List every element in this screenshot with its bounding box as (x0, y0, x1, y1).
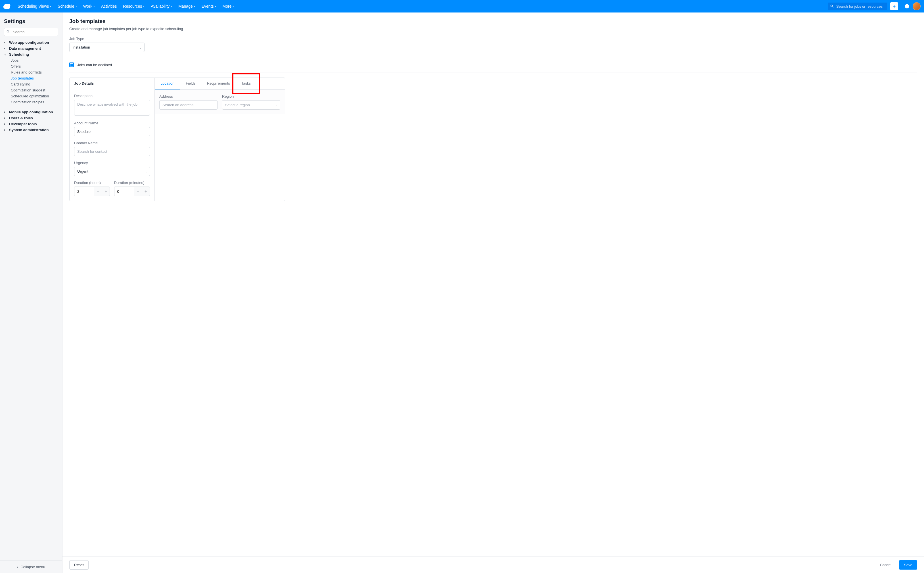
sidebar-group-label: Users & roles (9, 116, 33, 120)
duration-minutes-input[interactable] (114, 186, 134, 196)
account-name-input[interactable] (74, 127, 150, 136)
duration-minutes-increment[interactable]: + (142, 186, 150, 196)
search-icon (830, 4, 834, 8)
duration-hours-decrement[interactable]: − (94, 186, 102, 196)
sidebar-item-optimization-suggest[interactable]: Optimization suggest (0, 87, 62, 93)
chevron-right-icon: › (4, 41, 7, 44)
create-button[interactable]: + (890, 2, 898, 10)
chevron-left-icon: ‹ (17, 565, 18, 569)
main-footer: Reset Cancel Save (63, 557, 924, 573)
topnav-item-activities[interactable]: Activities (98, 2, 119, 10)
urgency-select[interactable]: Urgent (74, 167, 150, 176)
sidebar-group-web-app-configuration[interactable]: ›Web app configuration (0, 39, 62, 45)
chevron-right-icon: › (4, 110, 7, 114)
chevron-down-icon: ▾ (215, 5, 216, 8)
app-logo[interactable] (3, 4, 11, 9)
content-scroll[interactable]: Job templates Create and manage job temp… (63, 13, 924, 557)
jobs-declinable-label: Jobs can be declined (77, 63, 112, 67)
chevron-right-icon: › (4, 128, 7, 132)
job-details-header: Job Details (70, 78, 155, 89)
topnav-item-label: Availability (151, 4, 169, 8)
topnav-item-work[interactable]: Work▾ (80, 2, 98, 10)
sidebar-group-label: Developer tools (9, 122, 37, 126)
contact-name-label: Contact Name (74, 141, 150, 145)
contact-name-input[interactable] (74, 147, 150, 156)
topnav-item-scheduling-views[interactable]: Scheduling Views▾ (15, 2, 54, 10)
sidebar-title: Settings (0, 16, 62, 28)
global-search-wrap (828, 3, 887, 10)
reset-button[interactable]: Reset (69, 560, 89, 570)
sidebar-search-input[interactable] (4, 28, 58, 36)
address-label: Address (159, 94, 218, 99)
topnav-item-manage[interactable]: Manage▾ (175, 2, 198, 10)
topnav-item-label: Resources (123, 4, 142, 8)
sidebar-group-users-roles[interactable]: ›Users & roles (0, 115, 62, 121)
tab-tasks[interactable]: Tasks (236, 78, 257, 89)
sidebar-item-jobs[interactable]: Jobs (0, 57, 62, 63)
job-type-select[interactable]: Installation (69, 42, 144, 52)
chevron-down-icon: ▾ (143, 5, 144, 8)
duration-hours-input[interactable] (74, 186, 94, 196)
sidebar-item-optimization-recipes[interactable]: Optimization recipes (0, 99, 62, 105)
detail-tabs: LocationFieldsRequirementsTasks (155, 78, 285, 90)
tab-location[interactable]: Location (155, 78, 180, 89)
global-search-input[interactable] (828, 3, 887, 10)
sidebar-item-scheduled-optimization[interactable]: Scheduled optimization (0, 93, 62, 99)
topnav-item-more[interactable]: More▾ (220, 2, 237, 10)
duration-hours-label: Duration (hours) (74, 181, 110, 185)
sidebar-group-developer-tools[interactable]: ›Developer tools (0, 121, 62, 127)
job-type-label: Job Type (69, 37, 917, 41)
save-button[interactable]: Save (899, 560, 917, 570)
page-title: Job templates (69, 18, 917, 24)
jobs-declinable-checkbox[interactable] (69, 63, 74, 67)
chevron-down-icon: ▾ (194, 5, 195, 8)
address-input[interactable] (159, 100, 218, 110)
top-navigation: Scheduling Views▾Schedule▾Work▾Activitie… (0, 0, 924, 13)
sidebar-group-data-management[interactable]: ›Data management (0, 45, 62, 52)
topnav-item-events[interactable]: Events▾ (199, 2, 219, 10)
chevron-down-icon: ▾ (50, 5, 52, 8)
topnav-right: + (828, 2, 921, 10)
main-content: Job templates Create and manage job temp… (63, 13, 924, 573)
user-avatar[interactable] (913, 2, 921, 10)
sidebar-group-label: Mobile app configuration (9, 110, 53, 114)
account-name-label: Account Name (74, 121, 150, 125)
tab-fields[interactable]: Fields (180, 78, 201, 89)
sidebar-group-mobile-app-configuration[interactable]: ›Mobile app configuration (0, 109, 62, 115)
chevron-right-icon: › (4, 47, 7, 50)
page-subtitle: Create and manage job templates per job … (69, 27, 917, 31)
sidebar-item-card-styling[interactable]: Card styling (0, 81, 62, 87)
topnav-item-label: More (222, 4, 232, 8)
sidebar-group-label: Web app configuration (9, 40, 49, 45)
description-label: Description (74, 94, 150, 98)
cancel-button[interactable]: Cancel (875, 560, 896, 570)
chevron-right-icon: › (4, 122, 7, 125)
topnav-item-label: Manage (179, 4, 193, 8)
topnav-item-resources[interactable]: Resources▾ (120, 2, 147, 10)
description-input[interactable] (74, 100, 150, 116)
chevron-right-icon: › (4, 116, 7, 119)
sidebar-item-job-templates[interactable]: Job templates (0, 75, 62, 81)
collapse-menu-button[interactable]: ‹ Collapse menu (0, 560, 62, 573)
sidebar-group-label: Data management (9, 46, 41, 50)
chevron-down-icon: ⌄ (4, 53, 7, 56)
chevron-down-icon: ▾ (93, 5, 95, 8)
tab-requirements[interactable]: Requirements (201, 78, 236, 89)
topnav-item-label: Work (83, 4, 92, 8)
sync-icon[interactable] (904, 3, 910, 9)
duration-hours-increment[interactable]: + (102, 186, 110, 196)
sidebar-group-system-administration[interactable]: ›System administration (0, 127, 62, 133)
sidebar-group-scheduling[interactable]: ⌄Scheduling (0, 52, 62, 57)
chevron-down-icon: ▾ (171, 5, 172, 8)
topnav-item-schedule[interactable]: Schedule▾ (55, 2, 80, 10)
topnav-item-label: Scheduling Views (17, 4, 49, 8)
region-select[interactable] (222, 100, 280, 110)
sidebar-item-rules-and-conflicts[interactable]: Rules and conflicts (0, 69, 62, 75)
sidebar-item-offers[interactable]: Offers (0, 63, 62, 69)
topnav-items: Scheduling Views▾Schedule▾Work▾Activitie… (15, 2, 828, 10)
topnav-item-availability[interactable]: Availability▾ (148, 2, 175, 10)
urgency-label: Urgency (74, 161, 150, 165)
divider (69, 72, 917, 72)
chevron-down-icon: ▾ (233, 5, 234, 8)
duration-minutes-decrement[interactable]: − (134, 186, 142, 196)
